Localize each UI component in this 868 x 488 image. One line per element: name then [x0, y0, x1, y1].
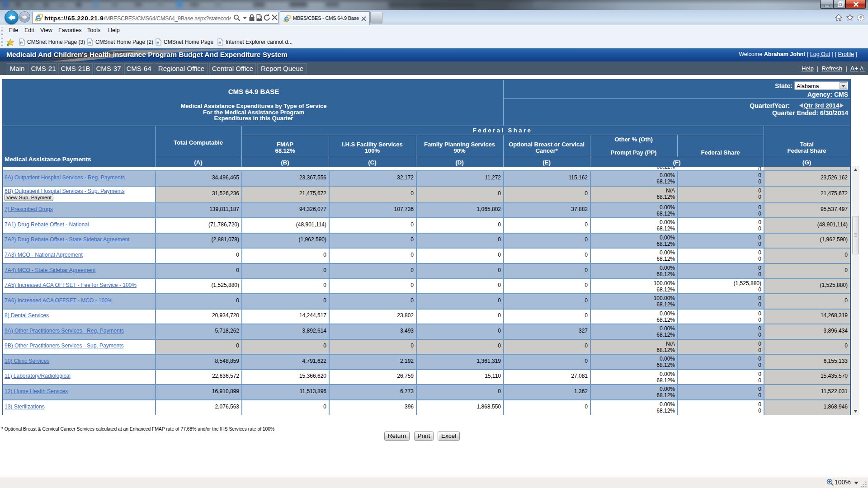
- svg-text:e: e: [218, 40, 221, 45]
- svg-text:e: e: [156, 40, 159, 45]
- svg-text:e: e: [20, 40, 23, 45]
- svg-text:e: e: [88, 40, 91, 45]
